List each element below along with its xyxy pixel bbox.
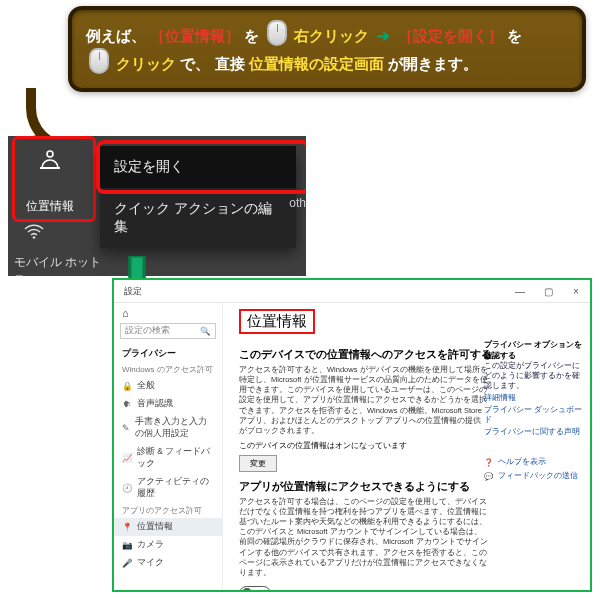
sidebar-item-icon: 🕘 bbox=[122, 483, 132, 493]
location-apps-toggle[interactable] bbox=[239, 586, 271, 592]
svg-rect-1 bbox=[40, 167, 60, 169]
tile-label: モバイル ホットス bbox=[14, 255, 101, 276]
text: 例えば、 bbox=[86, 27, 146, 44]
sidebar-item[interactable]: 📷カメラ bbox=[114, 536, 222, 554]
text: 直接 bbox=[215, 55, 245, 72]
settings-right-column: プライバシー オプションを確認する この設定がプライバシーにどのように影響するか… bbox=[484, 333, 584, 485]
page-title: 位置情報 bbox=[247, 312, 307, 331]
sidebar-item-label: 位置情報 bbox=[137, 521, 173, 533]
red-highlight-box: 位置情報 bbox=[239, 309, 315, 334]
svg-point-2 bbox=[33, 236, 36, 239]
text: が開きます。 bbox=[388, 55, 478, 72]
sidebar-item[interactable]: 🕘アクティビティの履歴 bbox=[114, 473, 222, 503]
window-maximize-button[interactable]: ▢ bbox=[534, 286, 562, 297]
change-button[interactable]: 変更 bbox=[239, 455, 277, 472]
help-icon: ❓ bbox=[484, 458, 493, 467]
link-privacy-statement[interactable]: プライバシーに関する声明 bbox=[484, 427, 584, 437]
right-heading: プライバシー オプションを確認する bbox=[484, 339, 584, 361]
sidebar-item-icon: 📷 bbox=[122, 540, 132, 550]
window-close-button[interactable]: × bbox=[562, 286, 590, 297]
sidebar-item[interactable]: 🔒全般 bbox=[114, 377, 222, 395]
search-placeholder: 設定の検索 bbox=[125, 325, 170, 337]
search-icon: 🔍 bbox=[200, 326, 211, 336]
arrow-icon: ➔ bbox=[377, 27, 390, 44]
link-help[interactable]: ❓ヘルプを表示 bbox=[484, 457, 584, 467]
highlight-rightclick: 右クリック bbox=[294, 27, 369, 44]
menu-item-open-settings[interactable]: 設定を開く bbox=[100, 146, 296, 188]
sidebar-item[interactable]: 🎤マイク bbox=[114, 554, 222, 572]
wifi-icon bbox=[24, 224, 44, 240]
sidebar-item-icon: 🎤 bbox=[122, 558, 132, 568]
sidebar-item-label: カメラ bbox=[137, 539, 164, 551]
sidebar-item-label: アクティビティの履歴 bbox=[137, 476, 214, 500]
sidebar-subheader: Windows のアクセス許可 bbox=[114, 362, 222, 377]
sidebar-item-icon: 🗣 bbox=[122, 399, 132, 409]
sidebar-item-label: 音声認識 bbox=[137, 398, 173, 410]
sidebar-item-icon: 🔒 bbox=[122, 381, 132, 391]
mouse-icon bbox=[267, 20, 287, 46]
right-text: この設定がプライバシーにどのように影響するかを確認します。 bbox=[484, 361, 584, 391]
sidebar-item[interactable]: 📈診断 & フィードバック bbox=[114, 443, 222, 473]
tile-label: 位置情報 bbox=[18, 198, 82, 215]
sidebar-item-label: 手書き入力と入力の個人用設定 bbox=[135, 416, 214, 440]
sidebar-item[interactable]: 📍位置情報 bbox=[114, 518, 222, 536]
menu-item-edit-quick-actions[interactable]: クイック アクションの編集 bbox=[100, 188, 296, 248]
highlight-click: クリック bbox=[116, 55, 176, 72]
svg-point-0 bbox=[47, 151, 53, 157]
text-fragment: oth bbox=[289, 196, 306, 210]
link-more-info[interactable]: 詳細情報 bbox=[484, 393, 584, 403]
quick-action-tile-hotspot[interactable]: モバイル ホットス bbox=[14, 224, 104, 276]
instruction-callout: 例えば、 ［位置情報］ を 右クリック ➔ ［設定を開く］ を クリック で、 … bbox=[68, 6, 586, 92]
quick-action-tile-location[interactable]: 位置情報 bbox=[18, 142, 82, 214]
window-minimize-button[interactable]: — bbox=[506, 286, 534, 297]
sidebar-subheader: アプリのアクセス許可 bbox=[114, 503, 222, 518]
sidebar-header: プライバシー bbox=[114, 343, 222, 362]
sidebar-item-icon: 📈 bbox=[122, 453, 132, 463]
text: を bbox=[507, 27, 522, 44]
home-icon[interactable]: ⌂ bbox=[114, 303, 222, 319]
text: で、 bbox=[180, 55, 210, 72]
description-text: アクセスを許可すると、Windows がデバイスの機能を使用して場所を特定し、M… bbox=[239, 365, 489, 436]
highlight-open-settings: ［設定を開く］ bbox=[398, 27, 503, 44]
mouse-icon bbox=[89, 48, 109, 74]
sidebar-item-label: 全般 bbox=[137, 380, 155, 392]
search-input[interactable]: 設定の検索 🔍 bbox=[120, 323, 216, 339]
sidebar-item-label: 診断 & フィードバック bbox=[137, 446, 214, 470]
settings-main-panel: 位置情報 このデバイスでの位置情報へのアクセスを許可する アクセスを許可すると、… bbox=[223, 303, 590, 591]
link-feedback[interactable]: 💬フィードバックの送信 bbox=[484, 471, 584, 481]
sidebar-item[interactable]: ✎手書き入力と入力の個人用設定 bbox=[114, 413, 222, 443]
description-text: アクセスを許可する場合は、このページの設定を使用して、デバイスだけでなく位置情報… bbox=[239, 497, 489, 578]
sidebar-item-icon: ✎ bbox=[122, 423, 130, 433]
sidebar-item-label: マイク bbox=[137, 557, 164, 569]
settings-sidebar: ⌂ 設定の検索 🔍 プライバシー Windows のアクセス許可 🔒全般🗣音声認… bbox=[114, 303, 223, 591]
feedback-icon: 💬 bbox=[484, 472, 493, 481]
action-center-panel: 位置情報 設定を開く クイック アクションの編集 モバイル ホットス oth bbox=[8, 136, 306, 276]
text: を bbox=[244, 27, 259, 44]
settings-window: 設定 — ▢ × ⌂ 設定の検索 🔍 プライバシー Windows のアクセス許… bbox=[112, 278, 592, 592]
sidebar-item[interactable]: 🗣音声認識 bbox=[114, 395, 222, 413]
highlight-location-settings: 位置情報の設定画面 bbox=[249, 55, 384, 72]
window-titlebar: 設定 — ▢ × bbox=[114, 280, 590, 303]
highlight-location: ［位置情報］ bbox=[150, 27, 240, 44]
location-person-icon bbox=[38, 148, 62, 170]
link-privacy-dashboard[interactable]: プライバシー ダッシュボード bbox=[484, 405, 584, 425]
context-menu: 設定を開く クイック アクションの編集 bbox=[100, 146, 296, 248]
window-title: 設定 bbox=[124, 285, 142, 298]
sidebar-item-icon: 📍 bbox=[122, 522, 132, 532]
